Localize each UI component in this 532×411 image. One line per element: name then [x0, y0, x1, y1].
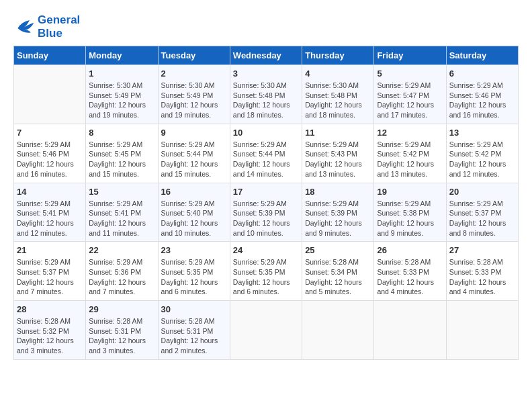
day-info: Sunrise: 5:29 AMSunset: 5:42 PMDaylight:… — [449, 140, 515, 179]
day-info: Sunrise: 5:29 AMSunset: 5:35 PMDaylight:… — [233, 257, 299, 297]
day-number: 29 — [89, 304, 154, 314]
calendar-cell: 10Sunrise: 5:29 AMSunset: 5:44 PMDayligh… — [230, 124, 302, 183]
day-info: Sunrise: 5:30 AMSunset: 5:49 PMDaylight:… — [161, 81, 227, 120]
day-number: 16 — [161, 187, 227, 197]
day-info: Sunrise: 5:29 AMSunset: 5:36 PMDaylight:… — [89, 257, 154, 297]
weekday-header-thursday: Thursday — [302, 46, 374, 65]
day-number: 12 — [377, 128, 443, 138]
weekday-header-tuesday: Tuesday — [158, 46, 230, 65]
calendar-week-5: 28Sunrise: 5:28 AMSunset: 5:32 PMDayligh… — [14, 301, 519, 360]
day-number: 20 — [449, 187, 515, 197]
day-number: 28 — [17, 304, 83, 314]
page-header: General Blue — [13, 13, 519, 40]
day-number: 18 — [305, 187, 371, 197]
day-info: Sunrise: 5:28 AMSunset: 5:33 PMDaylight:… — [377, 257, 443, 297]
day-info: Sunrise: 5:29 AMSunset: 5:37 PMDaylight:… — [17, 257, 83, 297]
calendar-cell: 3Sunrise: 5:30 AMSunset: 5:48 PMDaylight… — [230, 65, 302, 124]
day-info: Sunrise: 5:28 AMSunset: 5:31 PMDaylight:… — [89, 316, 154, 356]
calendar-week-1: 1Sunrise: 5:30 AMSunset: 5:49 PMDaylight… — [14, 65, 519, 124]
day-info: Sunrise: 5:29 AMSunset: 5:45 PMDaylight:… — [89, 140, 154, 179]
day-info: Sunrise: 5:29 AMSunset: 5:37 PMDaylight:… — [449, 199, 515, 238]
calendar-week-4: 21Sunrise: 5:29 AMSunset: 5:37 PMDayligh… — [14, 242, 519, 301]
day-number: 27 — [449, 245, 515, 255]
calendar-cell: 20Sunrise: 5:29 AMSunset: 5:37 PMDayligh… — [446, 183, 518, 242]
weekday-header-saturday: Saturday — [446, 46, 518, 65]
calendar-cell — [230, 301, 302, 360]
day-info: Sunrise: 5:29 AMSunset: 5:43 PMDaylight:… — [305, 140, 371, 179]
day-info: Sunrise: 5:29 AMSunset: 5:38 PMDaylight:… — [377, 199, 443, 238]
day-number: 23 — [161, 245, 227, 255]
calendar-cell — [446, 301, 518, 360]
weekday-header-wednesday: Wednesday — [230, 46, 302, 65]
day-number: 6 — [449, 68, 515, 79]
day-info: Sunrise: 5:30 AMSunset: 5:48 PMDaylight:… — [305, 81, 371, 120]
calendar-cell: 17Sunrise: 5:29 AMSunset: 5:39 PMDayligh… — [230, 183, 302, 242]
logo-text: General Blue — [38, 13, 80, 40]
day-info: Sunrise: 5:29 AMSunset: 5:35 PMDaylight:… — [161, 257, 227, 297]
day-number: 24 — [233, 245, 299, 255]
day-info: Sunrise: 5:28 AMSunset: 5:32 PMDaylight:… — [17, 316, 83, 356]
calendar-cell: 19Sunrise: 5:29 AMSunset: 5:38 PMDayligh… — [374, 183, 446, 242]
calendar-cell: 29Sunrise: 5:28 AMSunset: 5:31 PMDayligh… — [86, 301, 158, 360]
calendar-cell: 30Sunrise: 5:28 AMSunset: 5:31 PMDayligh… — [158, 301, 230, 360]
day-info: Sunrise: 5:29 AMSunset: 5:41 PMDaylight:… — [89, 199, 154, 238]
day-number: 25 — [305, 245, 371, 255]
day-number: 1 — [89, 68, 154, 79]
day-number: 8 — [89, 128, 154, 138]
calendar-cell: 5Sunrise: 5:29 AMSunset: 5:47 PMDaylight… — [374, 65, 446, 124]
day-info: Sunrise: 5:29 AMSunset: 5:44 PMDaylight:… — [161, 140, 227, 179]
calendar-cell: 25Sunrise: 5:28 AMSunset: 5:34 PMDayligh… — [302, 242, 374, 301]
logo: General Blue — [13, 13, 80, 40]
day-number: 7 — [17, 128, 83, 138]
day-number: 10 — [233, 128, 299, 138]
calendar-cell — [302, 301, 374, 360]
day-info: Sunrise: 5:29 AMSunset: 5:44 PMDaylight:… — [233, 140, 299, 179]
calendar-cell: 8Sunrise: 5:29 AMSunset: 5:45 PMDaylight… — [86, 124, 158, 183]
calendar-week-2: 7Sunrise: 5:29 AMSunset: 5:46 PMDaylight… — [14, 124, 519, 183]
calendar-cell: 1Sunrise: 5:30 AMSunset: 5:49 PMDaylight… — [86, 65, 158, 124]
day-number: 26 — [377, 245, 443, 255]
day-number: 17 — [233, 187, 299, 197]
day-info: Sunrise: 5:29 AMSunset: 5:46 PMDaylight:… — [17, 140, 83, 179]
day-info: Sunrise: 5:28 AMSunset: 5:33 PMDaylight:… — [449, 257, 515, 297]
calendar-cell: 27Sunrise: 5:28 AMSunset: 5:33 PMDayligh… — [446, 242, 518, 301]
calendar-cell — [374, 301, 446, 360]
weekday-header-friday: Friday — [374, 46, 446, 65]
calendar-cell: 18Sunrise: 5:29 AMSunset: 5:39 PMDayligh… — [302, 183, 374, 242]
weekday-header-sunday: Sunday — [14, 46, 86, 65]
calendar-cell: 22Sunrise: 5:29 AMSunset: 5:36 PMDayligh… — [86, 242, 158, 301]
weekday-header-row: SundayMondayTuesdayWednesdayThursdayFrid… — [14, 46, 519, 65]
calendar-cell: 21Sunrise: 5:29 AMSunset: 5:37 PMDayligh… — [14, 242, 86, 301]
day-number: 22 — [89, 245, 154, 255]
weekday-header-monday: Monday — [86, 46, 158, 65]
day-info: Sunrise: 5:30 AMSunset: 5:48 PMDaylight:… — [233, 81, 299, 120]
day-info: Sunrise: 5:29 AMSunset: 5:40 PMDaylight:… — [161, 199, 227, 238]
day-number: 4 — [305, 68, 371, 79]
calendar-week-3: 14Sunrise: 5:29 AMSunset: 5:41 PMDayligh… — [14, 183, 519, 242]
day-number: 9 — [161, 128, 227, 138]
calendar-cell: 26Sunrise: 5:28 AMSunset: 5:33 PMDayligh… — [374, 242, 446, 301]
calendar-cell: 12Sunrise: 5:29 AMSunset: 5:42 PMDayligh… — [374, 124, 446, 183]
calendar-cell: 2Sunrise: 5:30 AMSunset: 5:49 PMDaylight… — [158, 65, 230, 124]
day-number: 30 — [161, 304, 227, 314]
day-number: 19 — [377, 187, 443, 197]
day-info: Sunrise: 5:29 AMSunset: 5:47 PMDaylight:… — [377, 81, 443, 120]
day-number: 21 — [17, 245, 83, 255]
calendar-cell: 9Sunrise: 5:29 AMSunset: 5:44 PMDaylight… — [158, 124, 230, 183]
calendar-cell — [14, 65, 86, 124]
day-number: 2 — [161, 68, 227, 79]
calendar-cell: 28Sunrise: 5:28 AMSunset: 5:32 PMDayligh… — [14, 301, 86, 360]
calendar-cell: 16Sunrise: 5:29 AMSunset: 5:40 PMDayligh… — [158, 183, 230, 242]
calendar-table: SundayMondayTuesdayWednesdayThursdayFrid… — [13, 46, 519, 360]
day-info: Sunrise: 5:28 AMSunset: 5:34 PMDaylight:… — [305, 257, 371, 297]
day-number: 13 — [449, 128, 515, 138]
day-info: Sunrise: 5:29 AMSunset: 5:46 PMDaylight:… — [449, 81, 515, 120]
day-number: 5 — [377, 68, 443, 79]
calendar-cell: 14Sunrise: 5:29 AMSunset: 5:41 PMDayligh… — [14, 183, 86, 242]
logo-icon — [13, 17, 35, 36]
day-number: 11 — [305, 128, 371, 138]
calendar-cell: 23Sunrise: 5:29 AMSunset: 5:35 PMDayligh… — [158, 242, 230, 301]
day-info: Sunrise: 5:28 AMSunset: 5:31 PMDaylight:… — [161, 316, 227, 356]
day-number: 14 — [17, 187, 83, 197]
day-info: Sunrise: 5:29 AMSunset: 5:41 PMDaylight:… — [17, 199, 83, 238]
